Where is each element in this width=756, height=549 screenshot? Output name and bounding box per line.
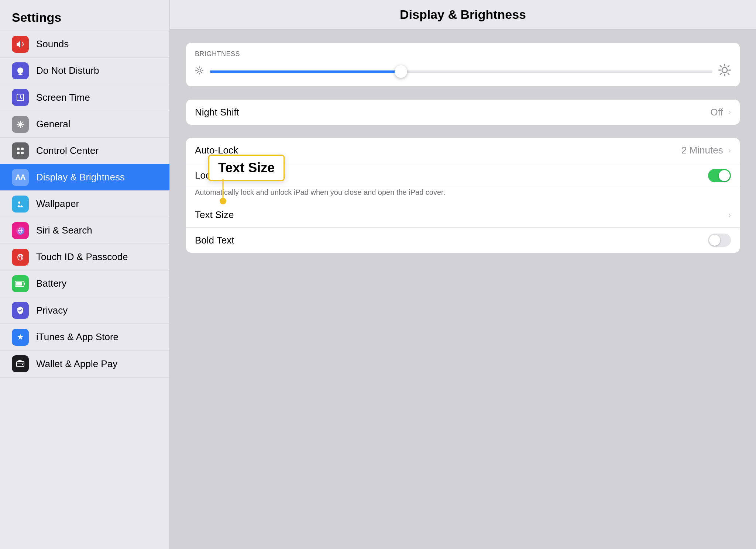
slider-fill (210, 70, 401, 73)
screen-time-icon (12, 89, 29, 106)
lock-unlock-toggle[interactable] (708, 169, 731, 182)
night-shift-group: Night Shift Off › (186, 100, 740, 125)
sidebar-item-display-brightness[interactable]: AA Display & Brightness (0, 164, 169, 191)
bold-toggle-knob (709, 235, 720, 246)
display-brightness-label: Display & Brightness (36, 172, 125, 183)
battery-label: Battery (36, 278, 66, 289)
auto-lock-chevron: › (728, 146, 731, 155)
sounds-label: Sounds (36, 38, 69, 50)
tooltip-text: Text Size (218, 160, 275, 175)
control-center-icon (12, 142, 29, 159)
svg-point-15 (198, 69, 201, 72)
slider-thumb (395, 65, 407, 78)
wallpaper-label: Wallpaper (36, 198, 79, 210)
night-shift-chevron: › (728, 107, 731, 117)
siri-icon (12, 222, 29, 239)
text-size-row[interactable]: Text Size › Text Size (186, 203, 740, 228)
tooltip-container: Text Size (208, 155, 285, 181)
wallet-label: Wallet & Apple Pay (36, 358, 117, 370)
sidebar: Settings Sounds Do Not Disturb (0, 0, 170, 549)
itunes-label: iTunes & App Store (36, 331, 118, 343)
sidebar-title: Settings (0, 0, 169, 31)
sounds-icon (12, 36, 29, 53)
svg-point-18 (220, 198, 226, 204)
svg-rect-5 (17, 152, 20, 154)
toggle-knob (719, 170, 730, 181)
privacy-icon (12, 302, 29, 319)
bold-text-toggle[interactable] (708, 234, 731, 247)
svg-rect-3 (17, 148, 20, 150)
wallet-icon (12, 355, 29, 372)
control-center-label: Control Center (36, 145, 99, 156)
text-size-label: Text Size (195, 209, 727, 221)
sidebar-item-sounds[interactable]: Sounds (0, 31, 169, 58)
brightness-slider-row (195, 64, 731, 79)
sun-large-icon (718, 64, 731, 79)
sidebar-section-3: iTunes & App Store Wallet & Apple Pay (0, 324, 169, 377)
bold-text-row[interactable]: Bold Text (186, 228, 740, 253)
svg-rect-4 (21, 148, 24, 150)
do-not-disturb-label: Do Not Disturb (36, 65, 99, 76)
siri-label: Siri & Search (36, 225, 92, 236)
svg-rect-14 (22, 364, 23, 365)
battery-icon (12, 275, 29, 292)
sidebar-item-wallet[interactable]: Wallet & Apple Pay (0, 351, 169, 377)
brightness-slider[interactable] (210, 70, 712, 73)
privacy-label: Privacy (36, 305, 68, 316)
sidebar-item-do-not-disturb[interactable]: Do Not Disturb (0, 58, 169, 84)
wallpaper-icon (12, 196, 29, 213)
night-shift-value: Off (710, 107, 723, 118)
svg-rect-6 (21, 152, 24, 154)
bold-text-label: Bold Text (195, 235, 708, 246)
lock-unlock-note: Automatically lock and unlock iPad when … (186, 188, 740, 203)
svg-point-16 (722, 68, 727, 73)
text-size-chevron: › (728, 210, 731, 220)
lock-group: Auto-Lock 2 Minutes › Lock / Unlock Auto… (186, 138, 740, 253)
general-label: General (36, 118, 71, 130)
general-icon (12, 116, 29, 133)
sidebar-item-wallpaper[interactable]: Wallpaper (0, 191, 169, 217)
touch-id-label: Touch ID & Passcode (36, 251, 128, 263)
sidebar-section-1: Sounds Do Not Disturb Screen Time (0, 31, 169, 111)
main-header: Display & Brightness (170, 0, 756, 30)
sidebar-item-control-center[interactable]: Control Center (0, 138, 169, 164)
tooltip-box: Text Size (208, 155, 285, 181)
sidebar-item-general[interactable]: General (0, 111, 169, 138)
main-content: BRIGHTNESS (170, 30, 756, 549)
main-panel: Display & Brightness BRIGHTNESS (170, 0, 756, 549)
tooltip-connector-svg (219, 179, 249, 208)
brightness-section: BRIGHTNESS (186, 43, 740, 86)
display-brightness-icon: AA (12, 169, 29, 186)
main-title: Display & Brightness (400, 7, 526, 22)
sidebar-item-siri-search[interactable]: Siri & Search (0, 217, 169, 244)
svg-point-7 (18, 201, 20, 204)
brightness-label: BRIGHTNESS (195, 50, 731, 58)
auto-lock-value: 2 Minutes (681, 145, 723, 156)
sidebar-item-screen-time[interactable]: Screen Time (0, 84, 169, 111)
sun-small-icon (195, 66, 204, 77)
night-shift-row[interactable]: Night Shift Off › (186, 100, 740, 125)
sidebar-section-2: General Control Center AA Display & Brig… (0, 111, 169, 324)
sidebar-item-itunes[interactable]: iTunes & App Store (0, 324, 169, 351)
touch-id-icon (12, 249, 29, 266)
svg-point-1 (19, 123, 21, 125)
screen-time-label: Screen Time (36, 92, 90, 103)
sidebar-item-touch-id[interactable]: Touch ID & Passcode (0, 244, 169, 270)
appstore-icon (12, 329, 29, 346)
night-shift-label: Night Shift (195, 107, 710, 118)
sidebar-item-privacy[interactable]: Privacy (0, 297, 169, 324)
sidebar-item-battery[interactable]: Battery (0, 270, 169, 297)
svg-rect-12 (16, 282, 22, 286)
do-not-disturb-icon (12, 62, 29, 79)
